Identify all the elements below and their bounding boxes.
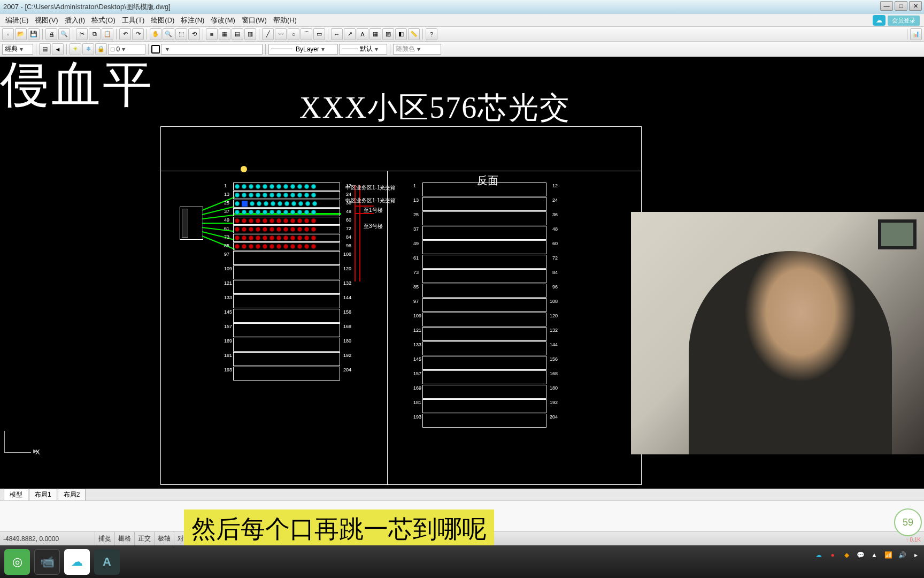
chart-icon[interactable]: 📊 <box>910 28 922 40</box>
print-icon[interactable]: 🖨 <box>45 28 57 40</box>
circle-icon[interactable]: ○ <box>288 28 299 40</box>
port-row: 2536 <box>233 200 340 208</box>
side-label-1: 中区业务区1-1光交箱 <box>345 184 396 192</box>
title-bar: 2007 - [C:\Users\Administrator\Desktop\图… <box>0 0 924 14</box>
menu-format[interactable]: 格式(O) <box>88 16 119 25</box>
tray-expand-icon[interactable]: ▸ <box>911 550 921 560</box>
open-icon[interactable]: 📂 <box>15 28 27 40</box>
tray-cloud-icon[interactable]: ☁ <box>814 550 823 560</box>
task-autocad-icon[interactable]: A <box>94 549 120 575</box>
zoom-prev-icon[interactable]: ⟲ <box>188 28 200 40</box>
rect-icon[interactable]: ▭ <box>313 28 325 40</box>
port-row: 3748 <box>233 208 340 216</box>
save-icon[interactable]: 💾 <box>28 28 40 40</box>
taskbar: ◎ 📹 ☁ A <box>0 545 924 578</box>
cloud-label: 会员登录 <box>888 16 920 26</box>
measure-icon[interactable]: 📏 <box>408 28 420 40</box>
tray-shield-icon[interactable]: ◆ <box>842 550 851 560</box>
frame-divider <box>387 171 388 485</box>
menu-edit[interactable]: 编辑(E) <box>2 16 32 25</box>
port-row: 97108 <box>422 298 546 312</box>
plot-style-combo[interactable]: 随颜色 <box>393 44 441 55</box>
port-row: 8596 <box>233 242 340 250</box>
tab-model[interactable]: 模型 <box>4 489 28 501</box>
linetype-combo[interactable]: ByLayer <box>268 44 338 55</box>
port-row: 4960 <box>233 217 340 225</box>
polar-toggle[interactable]: 极轴 <box>155 532 174 545</box>
block-icon[interactable]: ◧ <box>395 28 407 40</box>
pan-icon[interactable]: ✋ <box>150 28 161 40</box>
tray-net-icon[interactable]: 📶 <box>883 550 893 560</box>
menu-draw[interactable]: 绘图(D) <box>148 16 178 25</box>
task-app-1[interactable]: ◎ <box>4 549 30 575</box>
port-row: 112 <box>422 182 546 196</box>
cloud-badge[interactable]: ☁ 会员登录 <box>873 15 920 26</box>
cut-icon[interactable]: ✂ <box>76 28 88 40</box>
bulb-icon <box>240 166 248 177</box>
side-label-4: 至3号楼 <box>364 223 383 230</box>
text-icon[interactable]: A <box>357 28 368 40</box>
port-row: 193204 <box>233 367 340 381</box>
task-recorder-icon[interactable]: 📹 <box>34 549 60 575</box>
tray-rec-icon[interactable]: ● <box>828 550 837 560</box>
tab-layout2[interactable]: 布局2 <box>58 489 86 501</box>
video-subtitle: 然后每个口再跳一芯到哪呢 <box>184 509 494 549</box>
hatch-icon[interactable]: ▨ <box>382 28 394 40</box>
tray-up-icon[interactable]: ▲ <box>869 550 879 560</box>
port-row: 133144 <box>233 294 340 308</box>
sheet-set-icon[interactable]: ▥ <box>244 28 256 40</box>
tab-layout1[interactable]: 布局1 <box>29 489 57 501</box>
arc-icon[interactable]: ⌒ <box>301 28 312 40</box>
properties-icon[interactable]: ≡ <box>206 28 218 40</box>
zoom-icon[interactable]: 🔍 <box>163 28 174 40</box>
port-row: 121132 <box>422 327 546 341</box>
polyline-icon[interactable]: 〰 <box>275 28 287 40</box>
line-icon[interactable]: ╱ <box>262 28 274 40</box>
task-cloud-icon[interactable]: ☁ <box>64 549 90 575</box>
undo-icon[interactable]: ↶ <box>119 28 131 40</box>
minimize-button[interactable]: — <box>880 1 893 11</box>
menu-dimension[interactable]: 标注(N) <box>178 16 207 25</box>
title-text: 2007 - [C:\Users\Administrator\Desktop\图… <box>3 2 171 12</box>
dim-linear-icon[interactable]: ↔ <box>331 28 343 40</box>
design-center-icon[interactable]: ▦ <box>219 28 230 40</box>
zoom-window-icon[interactable]: ⬚ <box>175 28 187 40</box>
paste-icon[interactable]: 📋 <box>102 28 113 40</box>
tray-chat-icon[interactable]: 💬 <box>856 550 865 560</box>
grid-toggle[interactable]: 栅格 <box>115 532 135 545</box>
port-row: 6172 <box>422 255 546 269</box>
menu-tools[interactable]: 工具(T) <box>119 16 148 25</box>
color-combo[interactable] <box>161 44 263 55</box>
port-row: 181192 <box>422 399 546 413</box>
ortho-toggle[interactable]: 正交 <box>135 532 155 545</box>
port-row: 121132 <box>233 280 340 294</box>
menu-help[interactable]: 帮助(H) <box>270 16 300 25</box>
menu-window[interactable]: 窗口(W) <box>238 16 270 25</box>
frame-header-box <box>160 126 642 171</box>
webcam-picture-frame <box>878 219 917 249</box>
new-icon[interactable]: ▫ <box>2 28 14 40</box>
close-button[interactable]: ✕ <box>909 1 922 11</box>
port-row: 157168 <box>233 323 340 337</box>
preview-icon[interactable]: 🔍 <box>58 28 70 40</box>
dim-align-icon[interactable]: ↗ <box>344 28 356 40</box>
lineweight-combo[interactable]: 默认 <box>339 44 387 55</box>
menu-view[interactable]: 视图(V) <box>32 16 61 25</box>
port-row: 112 <box>233 182 340 191</box>
menu-insert[interactable]: 插入(I) <box>61 16 88 25</box>
port-row: 97108 <box>233 251 340 265</box>
snap-toggle[interactable]: 捕捉 <box>95 532 115 545</box>
standard-toolbar: ▫ 📂 💾 🖨 🔍 ✂ ⧉ 📋 ↶ ↷ ✋ 🔍 ⬚ ⟲ ≡ ▦ ▤ ▥ ╱ 〰 … <box>0 27 924 42</box>
maximize-button[interactable]: □ <box>895 1 907 11</box>
copy-icon[interactable]: ⧉ <box>89 28 101 40</box>
tray-vol-icon[interactable]: 🔊 <box>897 550 907 560</box>
side-label-3: 至1号楼 <box>364 207 383 214</box>
port-row: 3748 <box>422 226 546 240</box>
table-icon[interactable]: ▦ <box>369 28 381 40</box>
webcam-person <box>689 251 892 454</box>
redo-icon[interactable]: ↷ <box>132 28 144 40</box>
tool-palette-icon[interactable]: ▤ <box>232 28 243 40</box>
menu-modify[interactable]: 修改(M) <box>207 16 238 25</box>
front-port-panel: 1121324253637484960617273848596971081091… <box>233 182 340 381</box>
help-icon[interactable]: ? <box>426 28 437 40</box>
